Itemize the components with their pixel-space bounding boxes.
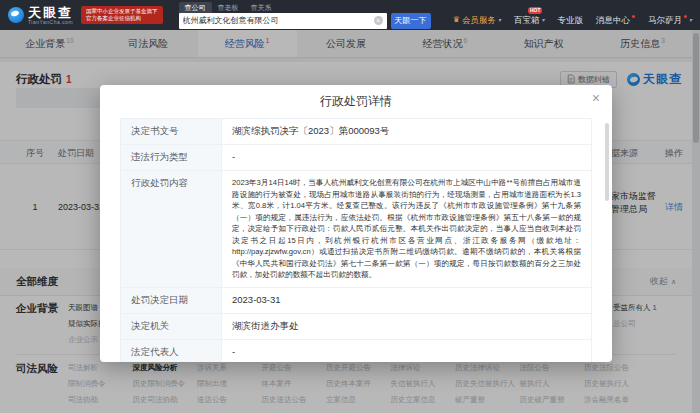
hot-badge: HOT (528, 7, 543, 14)
modal-scrollbar[interactable] (605, 123, 609, 201)
menu-item[interactable]: 百宝箱HOT▾ (514, 15, 545, 25)
crown-icon: ♛ (453, 15, 460, 25)
detail-label: 决定书文号 (121, 119, 221, 144)
penalty-detail-modal: 行政处罚详情 × 决定书文号湖滨综执罚决字〔2023〕第000093号违法行为类… (100, 85, 612, 362)
search-input[interactable]: 杭州威利文化创意有限公司 × (179, 13, 387, 29)
menu-item-label: 会员服务 (462, 15, 496, 25)
menu-item[interactable]: 消息中心 (596, 15, 635, 25)
tianyancha-logo[interactable]: 天眼查 TianYanCha.com (8, 6, 73, 25)
menu-item-label: 马尔萨月 (648, 15, 682, 25)
detail-value: 湖滨综执罚决字〔2023〕第000093号 (221, 119, 591, 144)
chevron-down-icon: ▾ (541, 15, 544, 25)
gov-badge-line1: 国家中小企业发展子基金旗下 (86, 8, 158, 15)
menu-item[interactable]: 专业版 (557, 15, 583, 25)
search-type-tab[interactable]: 查关系 (245, 2, 278, 13)
menu-item-label: 百宝箱 (514, 15, 540, 25)
detail-row: 处罚决定日期2023-03-31 (121, 288, 591, 314)
detail-label: 行政处罚内容 (121, 171, 221, 287)
tianyancha-logo-icon (8, 7, 24, 23)
detail-value: - (221, 145, 591, 170)
logo-subtext: TianYanCha.com (28, 19, 73, 25)
clear-icon[interactable]: × (374, 16, 383, 25)
notification-dot-icon (684, 15, 687, 18)
detail-row: 决定机关湖滨街道办事处 (121, 314, 591, 340)
detail-row: 法定代表人- (121, 340, 591, 363)
top-menu: ♛会员服务▾百宝箱HOT▾专业版消息中心马尔萨月▾ (453, 6, 692, 25)
menu-item[interactable]: 马尔萨月▾ (648, 15, 692, 25)
logo-text: 天眼查 (28, 6, 73, 19)
search-type-tabs: 查公司查老板查关系 (179, 2, 431, 13)
menu-item-label: 消息中心 (596, 15, 630, 25)
modal-body: 决定书文号湖滨综执罚决字〔2023〕第000093号违法行为类型-行政处罚内容2… (120, 118, 592, 362)
chevron-down-icon: ▾ (498, 15, 501, 25)
menu-item-label: 专业版 (557, 15, 583, 25)
search-type-tab[interactable]: 查老板 (212, 2, 245, 13)
detail-value: 2023-03-31 (221, 288, 591, 313)
detail-label: 处罚决定日期 (121, 288, 221, 313)
close-icon[interactable]: × (592, 91, 600, 105)
detail-label: 违法行为类型 (121, 145, 221, 170)
notification-dot-icon (632, 15, 635, 18)
modal-title: 行政处罚详情 (320, 93, 392, 110)
detail-label: 法定代表人 (121, 340, 221, 363)
menu-item[interactable]: ♛会员服务▾ (453, 15, 501, 25)
detail-value: 湖滨街道办事处 (221, 314, 591, 339)
detail-row: 行政处罚内容2023年3月14日14时，当事人杭州威利文化创意有限公司在杭州市上… (121, 171, 591, 288)
search-area: 查公司查老板查关系 杭州威利文化创意有限公司 × 天眼一下 (179, 2, 431, 29)
gov-badge-line2: 官方备案企业征信机构 (86, 15, 158, 22)
detail-value: - (221, 340, 591, 363)
detail-row: 违法行为类型- (121, 145, 591, 171)
top-header: 天眼查 TianYanCha.com 国家中小企业发展子基金旗下 官方备案企业征… (0, 0, 700, 30)
search-type-tab[interactable]: 查公司 (179, 2, 212, 13)
gov-badge: 国家中小企业发展子基金旗下 官方备案企业征信机构 (81, 6, 163, 24)
chevron-down-icon: ▾ (689, 15, 692, 25)
search-value: 杭州威利文化创意有限公司 (183, 15, 374, 26)
detail-row: 决定书文号湖滨综执罚决字〔2023〕第000093号 (121, 119, 591, 145)
detail-value: 2023年3月14日14时，当事人杭州威利文化创意有限公司在杭州市上城区中山中路… (221, 171, 591, 287)
search-button[interactable]: 天眼一下 (391, 13, 431, 29)
page: 天眼查 TianYanCha.com 国家中小企业发展子基金旗下 官方备案企业征… (0, 0, 700, 413)
detail-label: 决定机关 (121, 314, 221, 339)
